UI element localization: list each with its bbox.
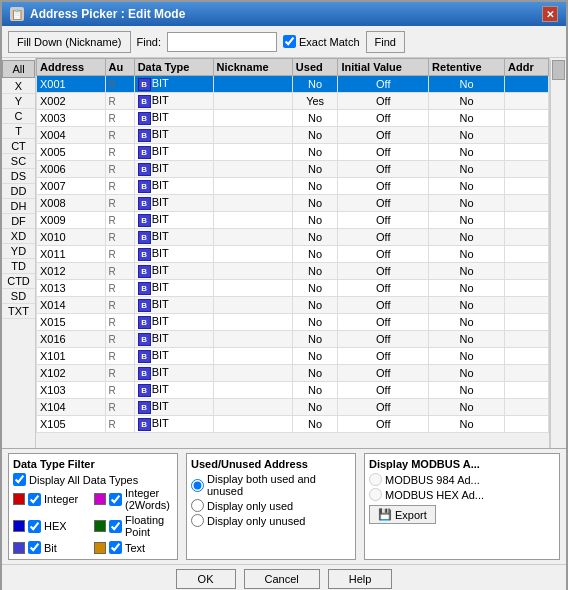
ok-button[interactable]: OK: [176, 569, 236, 589]
modbus-984: MODBUS 984 Ad...: [369, 473, 555, 486]
fill-down-button[interactable]: Fill Down (Nickname): [8, 31, 131, 53]
radio-unused-input[interactable]: [191, 514, 204, 527]
exact-match-checkbox[interactable]: [283, 35, 296, 48]
close-button[interactable]: ✕: [542, 6, 558, 22]
cell-retentive: No: [429, 110, 505, 127]
nav-df[interactable]: DF: [2, 214, 35, 229]
display-all-checkbox[interactable]: [13, 473, 26, 486]
col-address: Address: [37, 59, 106, 76]
nav-ct[interactable]: CT: [2, 139, 35, 154]
cell-type: BBIT: [134, 331, 213, 348]
bit-type-icon: B: [138, 367, 151, 380]
cell-nickname: [213, 331, 292, 348]
nav-yd[interactable]: YD: [2, 244, 35, 259]
help-button[interactable]: Help: [328, 569, 393, 589]
address-table: Address Au Data Type Nickname Used Initi…: [36, 58, 549, 433]
cell-type: BBIT: [134, 161, 213, 178]
table-row[interactable]: X001RBBITNoOffNo: [37, 76, 549, 93]
table-row[interactable]: X102RBBITNoOffNo: [37, 365, 549, 382]
table-row[interactable]: X010RBBITNoOffNo: [37, 229, 549, 246]
table-row[interactable]: X105RBBITNoOffNo: [37, 416, 549, 433]
table-row[interactable]: X013RBBITNoOffNo: [37, 280, 549, 297]
nav-dh[interactable]: DH: [2, 199, 35, 214]
table-row[interactable]: X103RBBITNoOffNo: [37, 382, 549, 399]
cell-type: BBIT: [134, 365, 213, 382]
table-row[interactable]: X011RBBITNoOffNo: [37, 246, 549, 263]
cell-nickname: [213, 212, 292, 229]
cell-rw: R: [105, 263, 134, 280]
nav-xd[interactable]: XD: [2, 229, 35, 244]
table-row[interactable]: X014RBBITNoOffNo: [37, 297, 549, 314]
table-row[interactable]: X104RBBITNoOffNo: [37, 399, 549, 416]
cell-type: BBIT: [134, 399, 213, 416]
table-row[interactable]: X015RBBITNoOffNo: [37, 314, 549, 331]
cell-rw: R: [105, 195, 134, 212]
radio-both-input[interactable]: [191, 479, 204, 492]
table-row[interactable]: X101RBBITNoOffNo: [37, 348, 549, 365]
cell-retentive: No: [429, 212, 505, 229]
float-checkbox[interactable]: [109, 520, 122, 533]
nav-y[interactable]: Y: [2, 94, 35, 109]
bit-checkbox[interactable]: [28, 541, 41, 554]
table-row[interactable]: X009RBBITNoOffNo: [37, 212, 549, 229]
cell-address: X008: [37, 195, 106, 212]
bit-type-icon: B: [138, 265, 151, 278]
cell-address: X105: [37, 416, 106, 433]
cell-address: X005: [37, 144, 106, 161]
nav-sc[interactable]: SC: [2, 154, 35, 169]
nav-txt[interactable]: TXT: [2, 304, 35, 319]
cell-nickname: [213, 110, 292, 127]
cell-address: X002: [37, 93, 106, 110]
table-row[interactable]: X005RBBITNoOffNo: [37, 144, 549, 161]
table-row[interactable]: X012RBBITNoOffNo: [37, 263, 549, 280]
table-row[interactable]: X007RBBITNoOffNo: [37, 178, 549, 195]
window-icon: 📋: [10, 7, 24, 21]
table-row[interactable]: X016RBBITNoOffNo: [37, 331, 549, 348]
hex-checkbox[interactable]: [28, 520, 41, 533]
nav-all[interactable]: All: [2, 60, 35, 78]
nav-t[interactable]: T: [2, 124, 35, 139]
export-button[interactable]: 💾 Export: [369, 505, 436, 524]
hex-color: [13, 520, 25, 532]
nav-ds[interactable]: DS: [2, 169, 35, 184]
cancel-button[interactable]: Cancel: [244, 569, 320, 589]
table-row[interactable]: X004RBBITNoOffNo: [37, 127, 549, 144]
integer-checkbox[interactable]: [28, 493, 41, 506]
cell-rw: R: [105, 382, 134, 399]
cell-type: BBIT: [134, 229, 213, 246]
radio-used-input[interactable]: [191, 499, 204, 512]
nav-ctd[interactable]: CTD: [2, 274, 35, 289]
integer2-checkbox[interactable]: [109, 493, 122, 506]
nav-x[interactable]: X: [2, 79, 35, 94]
cell-type: BBIT: [134, 297, 213, 314]
toolbar: Fill Down (Nickname) Find: Exact Match F…: [2, 26, 566, 58]
cell-used: No: [292, 229, 338, 246]
modbus-hex-radio[interactable]: [369, 488, 382, 501]
nav-c[interactable]: C: [2, 109, 35, 124]
bit-color: [13, 542, 25, 554]
nav-td[interactable]: TD: [2, 259, 35, 274]
cell-type: BBIT: [134, 263, 213, 280]
find-button[interactable]: Find: [366, 31, 405, 53]
nav-dd[interactable]: DD: [2, 184, 35, 199]
table-row[interactable]: X003RBBITNoOffNo: [37, 110, 549, 127]
cell-initial: Off: [338, 399, 429, 416]
scrollbar[interactable]: [550, 58, 566, 448]
table-row[interactable]: X002RBBITYesOffNo: [37, 93, 549, 110]
cell-initial: Off: [338, 382, 429, 399]
table-row[interactable]: X008RBBITNoOffNo: [37, 195, 549, 212]
cell-initial: Off: [338, 365, 429, 382]
cell-nickname: [213, 416, 292, 433]
cell-addr: [505, 212, 549, 229]
cell-used: No: [292, 314, 338, 331]
cell-addr: [505, 263, 549, 280]
cell-initial: Off: [338, 263, 429, 280]
text-checkbox[interactable]: [109, 541, 122, 554]
find-input[interactable]: [167, 32, 277, 52]
modbus-984-radio[interactable]: [369, 473, 382, 486]
cell-retentive: No: [429, 127, 505, 144]
cell-type: BBIT: [134, 416, 213, 433]
cell-retentive: No: [429, 297, 505, 314]
table-row[interactable]: X006RBBITNoOffNo: [37, 161, 549, 178]
nav-sd[interactable]: SD: [2, 289, 35, 304]
